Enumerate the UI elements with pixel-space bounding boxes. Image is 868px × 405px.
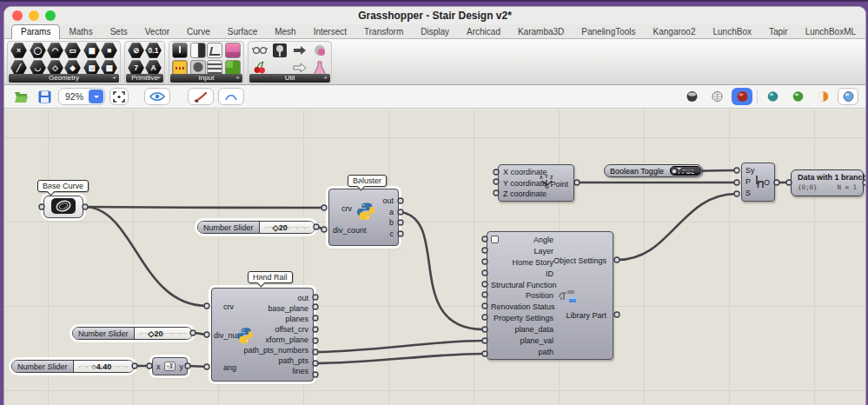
gem-teal-icon[interactable] [762,88,783,105]
object-settings-input[interactable]: Renovation Status [491,302,553,311]
glasses-icon[interactable] [251,43,268,58]
object-settings-input[interactable]: plane_data [491,325,553,334]
gem-blue-icon[interactable] [838,88,858,105]
category-tab[interactable]: Maths [60,25,101,38]
geometry-param-icon[interactable]: × [10,43,27,58]
boolean-param-icon[interactable]: ⊘ [128,43,144,58]
category-tab[interactable]: PanelingTools [573,25,644,38]
open-file-icon[interactable] [11,88,30,105]
baluster-output[interactable]: a [382,208,394,216]
object-input[interactable]: P [745,177,755,186]
hand-rail-tag[interactable]: Hand Rail [248,271,293,283]
number-slider-bottom[interactable]: Number Slider ○4.40 [11,360,135,373]
paintbrush-icon[interactable] [188,88,214,105]
curve-param-icon[interactable]: ◠ [47,43,63,58]
object-settings-input[interactable]: ID [491,269,553,278]
category-tab[interactable]: Curve [178,25,219,38]
circle-param-icon[interactable]: ◯ [30,43,46,58]
save-file-icon[interactable] [35,88,54,105]
slider-grip-value[interactable]: ◇20 [273,222,288,233]
jar-icon[interactable] [311,43,328,58]
definition-canvas[interactable]: Base Curve Number Slider ◇20 Baluster cr… [4,110,865,405]
zoom-extents-icon[interactable] [109,88,129,105]
output-library-part[interactable]: Library Part [566,311,606,320]
category-tab[interactable]: Surface [219,25,266,38]
hand-rail-output[interactable]: base_plane [243,304,308,313]
galapagos-icon[interactable] [271,43,288,58]
object-settings-input[interactable]: plane_val [491,336,553,345]
minimize-window-button[interactable] [29,10,39,21]
input-group-label[interactable]: Input [170,74,242,83]
input-div-count[interactable]: div_count [333,226,367,235]
category-tab[interactable]: Kangaroo2 [645,25,705,38]
button-widget-icon[interactable] [172,43,188,58]
hand-rail-output[interactable]: out [243,294,308,302]
object-input[interactable]: S [745,189,755,197]
object-settings-input[interactable]: Layer [491,247,553,256]
geometry-group-label[interactable]: Geometry [9,74,119,83]
close-window-button[interactable] [12,10,23,21]
construct-point-component[interactable]: X coordinateY coordinateZ coordinate XYZ… [498,164,574,202]
slider-grip-value[interactable]: ○4.40 [91,361,111,372]
box-param-icon[interactable]: ▩ [83,43,100,58]
gem-green-icon[interactable] [787,88,808,105]
hand-rail-component[interactable]: crv div_num ang outbase_planeplanesoffse… [211,288,314,382]
base-curve-param[interactable] [43,196,83,218]
object-settings-input[interactable]: path [491,348,553,356]
toggle-value[interactable]: True [670,166,701,176]
hand-rail-output[interactable]: planes [243,315,308,323]
category-tab[interactable]: Params [11,24,60,39]
hand-rail-output[interactable]: lines [243,367,308,375]
category-tab[interactable]: Transform [355,25,412,38]
category-tab[interactable]: Archicad [458,25,509,38]
category-tab[interactable]: Intersect [305,25,355,38]
display-wireframe-icon[interactable] [706,88,727,105]
preview-eye-icon[interactable] [144,88,170,105]
sketch-arc-icon[interactable] [218,88,244,105]
object-settings-input[interactable]: Property Settings [491,314,553,322]
category-tab[interactable]: Mesh [266,25,304,38]
base-curve-tag[interactable]: Base Curve [37,180,89,192]
object-settings-input[interactable]: Structural Function [491,281,553,289]
hand-rail-output[interactable]: path_pts_numbers [243,346,308,355]
slider-track[interactable]: ◇20 [260,222,315,233]
data-output-arrow-icon[interactable] [291,43,308,58]
baluster-output[interactable]: b [382,218,394,227]
input-crv[interactable]: crv [223,302,234,311]
output-object-settings[interactable]: Object Settings [553,256,606,265]
panel-widget-icon[interactable] [190,43,206,58]
data-result-panel[interactable]: Data with 1 branches {0;0} N = 1 [791,169,864,196]
hand-rail-output[interactable]: path_pts [243,356,308,365]
number-slider-mid[interactable]: Number Slider ◇20 [72,327,193,340]
baluster-tag[interactable]: Baluster [348,175,387,187]
baluster-component[interactable]: crv div_count outabc [328,189,399,246]
mesh-param-icon[interactable]: ■ [101,43,117,58]
category-tab[interactable]: LunchBoxML [797,25,865,38]
category-tab[interactable]: LunchBox [705,25,760,38]
object-settings-input[interactable]: Position [491,291,553,300]
input-crv[interactable]: crv [341,204,352,213]
category-tab[interactable]: Tapir [760,25,797,38]
rectangle-param-icon[interactable]: ▭ [64,43,81,58]
graph-mapper-icon[interactable] [207,43,222,58]
input-x[interactable]: x [156,362,161,371]
primitive-group-label[interactable]: Primitive [126,74,163,83]
archicad-object-component[interactable]: SyPS O [741,163,775,202]
display-preview-on-icon[interactable] [732,88,752,105]
object-settings-input[interactable]: Home Story [491,258,553,267]
number-param-icon[interactable]: 0.1 [145,43,162,58]
zoom-dropdown-button[interactable] [89,90,103,103]
boolean-toggle[interactable]: Boolean Toggle True [604,164,703,177]
number-slider-top[interactable]: Number Slider ◇20 [197,221,315,234]
category-tab[interactable]: Vector [136,25,178,38]
slider-grip-value[interactable]: ◇20 [148,328,162,339]
output-y[interactable]: y [180,362,184,371]
display-shaded-icon[interactable] [681,88,702,105]
slider-track[interactable]: ○4.40 [74,361,134,372]
slider-track[interactable]: ◇20 [135,328,192,339]
gradient-widget-icon[interactable] [225,43,241,58]
object-settings-input[interactable]: Angle [491,236,553,244]
category-tab[interactable]: Karamba3D [509,25,573,38]
util-group-label[interactable]: Util [249,74,330,83]
baluster-output[interactable]: out [382,196,394,205]
